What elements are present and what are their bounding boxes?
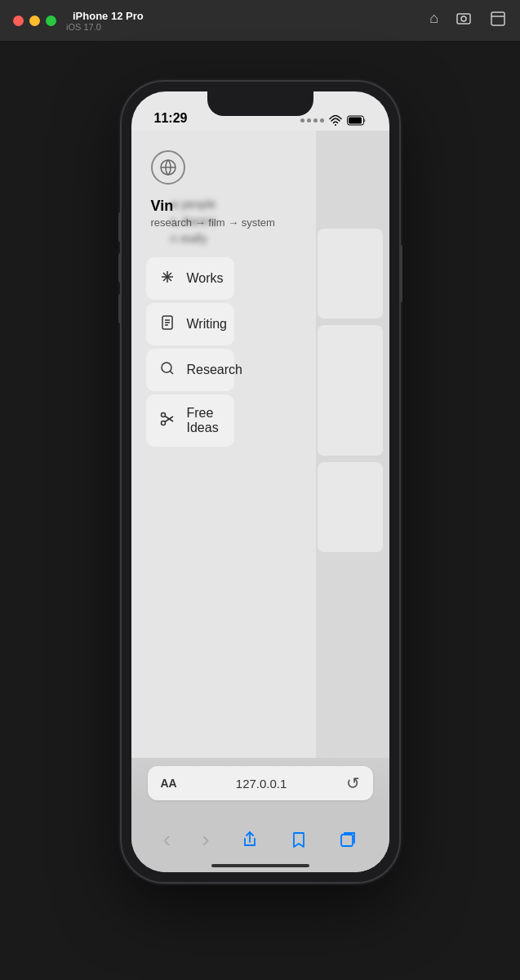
right-card-3 [318,462,383,552]
screen-wrapper: iPhone 12 Pro iOS 17.0 ⌂ [0,0,520,980]
signal-dots [300,118,324,122]
home-icon[interactable]: ⌂ [429,10,438,32]
free-ideas-icon [159,411,176,430]
writing-icon [159,314,176,334]
right-card-2 [318,325,383,456]
works-label: Works [187,271,224,286]
status-time: 11:29 [154,111,188,126]
window-title-group: iPhone 12 Pro iOS 17.0 [66,10,144,32]
svg-point-16 [162,363,171,372]
maximize-button[interactable] [46,16,56,26]
content-area: Vin research → film → system w people s,… [131,131,389,758]
svg-line-17 [170,372,173,375]
svg-rect-6 [349,118,362,124]
svg-point-19 [161,421,165,425]
svg-point-4 [335,124,336,126]
blurred-line-1: w people [171,196,242,213]
traffic-lights [13,16,56,26]
works-icon [159,269,176,288]
app-icon[interactable] [151,150,185,185]
status-icons [300,115,367,126]
scissors-icon [159,411,176,427]
document-icon [159,314,176,331]
minimize-button[interactable] [29,16,40,26]
research-icon [159,360,176,380]
screenshot-icon[interactable] [455,10,473,32]
browser-bar-area: AA 127.0.0.1 ↺ ‹ › [131,758,389,872]
mac-toolbar: iPhone 12 Pro iOS 17.0 ⌂ [0,0,520,41]
window-title: iPhone 12 Pro [73,10,144,22]
menu-list: Works [146,257,234,447]
asterisk-icon [159,269,176,285]
overlay-panel: Vin research → film → system w people s,… [131,131,316,758]
app-icon-circle [151,150,185,185]
toolbar-right: ⌂ [429,10,507,32]
browser-aa[interactable]: AA [161,777,177,790]
window-icon[interactable] [489,10,507,32]
tabs-icon[interactable] [339,831,357,849]
svg-rect-0 [457,14,470,24]
forward-button[interactable]: › [202,826,209,853]
menu-item-writing[interactable]: Writing [146,303,234,345]
svg-rect-22 [341,835,353,846]
browser-bar[interactable]: AA 127.0.0.1 ↺ [148,766,373,800]
menu-item-free-ideas[interactable]: Free Ideas [146,394,234,447]
blurred-line-3: n really [171,230,242,247]
svg-point-18 [161,413,165,417]
search-icon [159,360,176,376]
notch [207,91,313,116]
browser-url[interactable]: 127.0.0.1 [177,777,346,791]
svg-point-1 [461,16,466,21]
home-indicator [211,864,309,867]
research-label: Research [187,363,242,377]
right-panel [318,229,389,552]
window-subtitle: iOS 17.0 [66,22,144,32]
phone-screen: 11:29 [131,91,389,872]
app-logo-icon [158,158,178,177]
writing-label: Writing [187,317,228,332]
close-button[interactable] [13,16,24,26]
reload-icon[interactable]: ↺ [346,773,360,793]
free-ideas-label: Free Ideas [187,406,221,435]
battery-icon [347,115,367,126]
browser-nav: ‹ › [131,826,389,853]
share-icon[interactable] [241,831,259,849]
back-button[interactable]: ‹ [163,826,171,853]
wifi-icon [329,115,342,126]
menu-item-research[interactable]: Research [146,349,234,391]
phone-frame: 11:29 [122,82,399,882]
blurred-text: w people s, there's n really [171,196,242,247]
menu-item-works[interactable]: Works [146,257,234,300]
dot3 [313,118,318,122]
dot1 [300,118,304,122]
svg-rect-2 [491,12,504,25]
right-card-1 [318,229,383,318]
bookmarks-icon[interactable] [290,831,308,849]
dot2 [307,118,311,122]
dot4 [320,118,324,122]
blurred-line-2: s, there's [171,213,242,230]
